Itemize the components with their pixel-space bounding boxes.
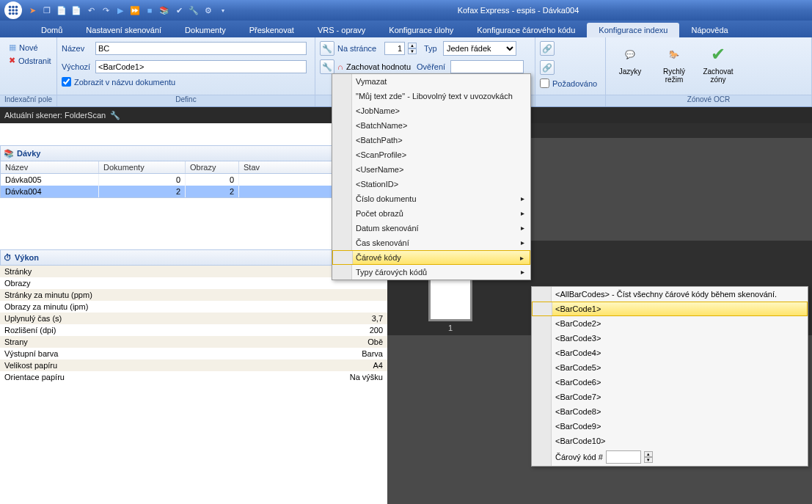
tool-icon-1[interactable]: 🔧: [320, 41, 334, 56]
page-spin-up[interactable]: ▲: [408, 43, 417, 48]
perf-row: StranyObě: [0, 336, 387, 348]
tab-vrs-opravy[interactable]: VRS - opravy: [306, 23, 377, 37]
menu-item[interactable]: Vymazat: [332, 74, 530, 89]
svg-point-8: [15, 12, 18, 15]
menu-item[interactable]: <ScanProfile>: [332, 147, 530, 162]
perf-row: Velikost papíruA4: [0, 359, 387, 371]
menu-item[interactable]: <BatchPath>: [332, 133, 530, 147]
link-icon-2[interactable]: 🔗: [540, 60, 555, 75]
window-title: Kofax Express - espis - Dávka004: [458, 6, 579, 15]
app-logo: [4, 1, 22, 19]
default-value-menu[interactable]: Vymazat"Můj text zde" - Libovolný text v…: [332, 73, 531, 280]
menu-item[interactable]: "Můj text zde" - Libovolný text v uvozov…: [332, 89, 530, 103]
link-icon[interactable]: 🔗: [540, 41, 555, 56]
submenu-item[interactable]: <BarCode9>: [532, 419, 808, 434]
menu-item[interactable]: Čárové kódy: [332, 250, 530, 265]
svg-point-6: [9, 12, 12, 15]
menu-item[interactable]: Datum skenování: [332, 221, 530, 235]
perf-row: Uplynulý čas (s)3,7: [0, 313, 387, 324]
col-imgs[interactable]: Obrazy: [186, 161, 239, 173]
qa-ffwd-icon[interactable]: ⏩: [129, 4, 141, 16]
tab-p-eskenovat[interactable]: Přeskenovat: [238, 23, 306, 37]
submenu-item[interactable]: <BarCode1>: [532, 302, 808, 316]
menu-item[interactable]: <StationID>: [332, 177, 530, 191]
batches-icon: 📚: [4, 149, 14, 158]
table-row[interactable]: Dávka00500: [1, 174, 387, 186]
qa-doc2-icon[interactable]: 📄: [70, 4, 82, 16]
submenu-item[interactable]: <BarCode2>: [532, 316, 808, 331]
menu-item[interactable]: <BatchName>: [332, 118, 530, 133]
qa-check-icon[interactable]: ✔: [173, 4, 185, 16]
submenu-item[interactable]: <BarCode4>: [532, 346, 808, 360]
qa-stack-icon[interactable]: 📚: [158, 4, 170, 16]
submenu-item[interactable]: <BarCode6>: [532, 375, 808, 390]
qa-arrow-icon[interactable]: ➤: [26, 4, 38, 16]
ocr-fast-button[interactable]: 🐎 Rychlý režim: [654, 40, 694, 86]
svg-point-5: [15, 9, 18, 12]
delete-label: Odstranit: [18, 56, 51, 65]
type-select[interactable]: Jeden řádek: [443, 41, 516, 56]
batches-header: 📚 Dávky: [0, 145, 387, 161]
submenu-item[interactable]: <BarCode7>: [532, 390, 808, 404]
page-input[interactable]: [384, 42, 405, 55]
svg-point-1: [12, 6, 15, 9]
wrench-icon[interactable]: 🔧: [110, 111, 120, 120]
tool-icon-2[interactable]: 🔧: [320, 59, 334, 74]
validate-input[interactable]: [450, 60, 524, 73]
submenu-item[interactable]: <BarCode8>: [532, 404, 808, 419]
perf-row: Orientace papíruNa výšku: [0, 371, 387, 383]
submenu-item[interactable]: <BarCode10>: [532, 434, 808, 448]
tab-nastaven-skenov-n-[interactable]: Nastavení skenování: [74, 23, 173, 37]
menu-item[interactable]: <UserName>: [332, 162, 530, 177]
page-spin-down[interactable]: ▼: [408, 48, 417, 54]
submenu-allbarcodes[interactable]: <AllBarCodes> - Číst všechny čárové kódy…: [532, 287, 808, 302]
qa-doc-icon[interactable]: 📄: [56, 4, 67, 16]
perf-row: Obrazy za minutu (ipm): [0, 301, 387, 313]
svg-point-4: [12, 9, 15, 12]
submenu-item[interactable]: <BarCode3>: [532, 331, 808, 346]
submenu-item[interactable]: <BarCode5>: [532, 360, 808, 375]
delete-index-button[interactable]: ✖ Odstranit: [6, 55, 54, 66]
menu-item[interactable]: Počet obrazů: [332, 206, 530, 221]
tab-dom-[interactable]: Domů: [29, 23, 74, 37]
qa-copy-icon[interactable]: ❐: [41, 4, 53, 16]
menu-item[interactable]: <JobName>: [332, 103, 530, 118]
qa-stop-icon[interactable]: ■: [144, 4, 156, 16]
tab-n-pov-da[interactable]: Nápověda: [679, 23, 739, 37]
barcode-index-input[interactable]: [606, 450, 641, 464]
barcode-spin-up[interactable]: ▲: [644, 451, 653, 457]
tab-dokumenty[interactable]: Dokumenty: [173, 23, 238, 37]
new-label: Nové: [19, 43, 38, 52]
barcode-submenu[interactable]: <AllBarCodes> - Číst všechny čárové kódy…: [531, 286, 808, 467]
qa-gear-icon[interactable]: ⚙: [202, 4, 214, 16]
perf-row: Rozlišení (dpi)200: [0, 324, 387, 336]
ocr-languages-button[interactable]: 💬 Jazyky: [610, 40, 650, 78]
qa-undo-icon[interactable]: ↶: [85, 4, 97, 16]
menu-item[interactable]: Čas skenování: [332, 235, 530, 250]
show-in-title-checkbox[interactable]: [62, 77, 71, 87]
page-label: Na stránce: [337, 44, 381, 53]
required-checkbox[interactable]: [540, 78, 549, 88]
qa-play-icon[interactable]: ▶: [114, 4, 126, 16]
tab-konfigurace-lohy[interactable]: Konfigurace úlohy: [377, 23, 465, 37]
qa-tools-icon[interactable]: 🔧: [188, 4, 200, 16]
menu-item[interactable]: Typy čárových kódů: [332, 265, 530, 280]
required-label: Požadováno: [552, 79, 597, 88]
table-row[interactable]: Dávka00422: [1, 186, 387, 197]
col-name[interactable]: Název: [1, 161, 99, 173]
keep-value-label: Zachovat hodnotu: [346, 62, 411, 71]
ocr-zones-button[interactable]: ✔ Zachovat zóny: [698, 40, 738, 86]
default-input[interactable]: [95, 60, 307, 73]
new-icon: ▦: [9, 43, 16, 52]
tab-konfigurace-indexu[interactable]: Konfigurace indexu: [587, 23, 679, 37]
group-caption-index: Indexační pole: [0, 95, 56, 106]
barcode-spin-down[interactable]: ▼: [644, 457, 653, 463]
tab-konfigurace-rov-ho-k-du[interactable]: Konfigurace čárového kódu: [465, 23, 587, 37]
col-docs[interactable]: Dokumenty: [99, 161, 186, 173]
new-index-button[interactable]: ▦ Nové: [6, 42, 54, 53]
menu-item[interactable]: Číslo dokumentu: [332, 191, 530, 206]
name-input[interactable]: [95, 42, 307, 55]
qa-redo-icon[interactable]: ↷: [100, 4, 111, 16]
batches-grid: Název Dokumenty Obrazy Stav Dávka00500Dá…: [0, 161, 387, 198]
qa-dropdown-icon[interactable]: ▾: [217, 4, 229, 16]
